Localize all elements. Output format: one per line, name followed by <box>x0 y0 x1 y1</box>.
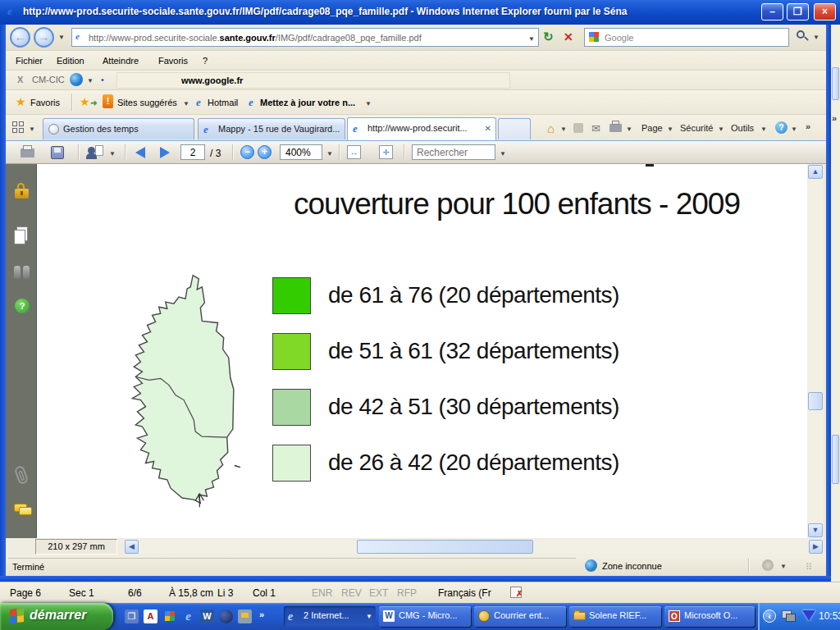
window-title: http://www-prod.securite-sociale.sante.g… <box>23 6 745 17</box>
pdf-print-icon[interactable] <box>21 148 34 158</box>
pages-panel-icon[interactable] <box>16 226 28 241</box>
cmcic-link[interactable]: www.google.fr <box>181 75 243 85</box>
maximize-button[interactable]: ❐ <box>787 3 809 21</box>
mail-icon[interactable]: ✉ <box>591 122 600 135</box>
pdf-collaborate-icon[interactable] <box>88 145 104 160</box>
menu-edition[interactable]: Edition <box>57 56 84 66</box>
suggested-sites-button[interactable]: Sites suggérés <box>117 98 177 107</box>
word-enr-toggle[interactable]: ENR <box>312 587 332 599</box>
pdf-search-input[interactable] <box>412 144 495 160</box>
quicklaunch-word-icon[interactable]: W <box>200 609 214 623</box>
tab-mappy[interactable]: e Mappy - 15 rue de Vaugirard... <box>198 118 345 139</box>
minimize-button[interactable]: – <box>761 3 783 21</box>
task-cmg-word[interactable]: W CMG - Micro... <box>379 606 471 627</box>
horizontal-scroll-thumb[interactable] <box>357 540 533 554</box>
help-icon[interactable]: ? <box>775 121 788 134</box>
page-number-input[interactable]: 2 <box>180 144 205 160</box>
fit-page-icon[interactable]: ✛ <box>379 145 393 159</box>
zoom-dropdown-icon[interactable]: ▼ <box>326 150 333 158</box>
task-solene-folder[interactable]: Solene RIEF... <box>569 606 661 627</box>
menu-help[interactable]: ? <box>203 56 208 66</box>
zoom-level-select[interactable]: 400% <box>280 144 322 160</box>
resize-grip-icon[interactable]: ⠿ <box>806 562 813 573</box>
menu-favoris[interactable]: Favoris <box>158 56 188 66</box>
back-button[interactable]: ← <box>10 27 30 48</box>
tab-gestion-des-temps[interactable]: Gestion des temps <box>43 118 194 139</box>
scroll-up-icon[interactable]: ▲ <box>808 165 823 179</box>
scroll-right-icon[interactable]: ▶ <box>809 540 823 554</box>
scroll-left-icon[interactable]: ◀ <box>125 540 139 554</box>
cmcic-dropdown-icon[interactable]: ▼ <box>87 77 94 84</box>
security-menu-button[interactable]: Sécurité <box>680 123 713 133</box>
search-placeholder[interactable]: Google <box>605 33 633 43</box>
fit-width-icon[interactable]: ↔ <box>347 145 361 159</box>
close-button[interactable]: × <box>814 3 836 21</box>
attachments-paperclip-icon[interactable] <box>14 465 30 486</box>
refresh-button[interactable]: ↻ <box>543 30 554 44</box>
stop-button[interactable]: ✕ <box>564 30 573 43</box>
quicklaunch-google-icon[interactable] <box>162 609 176 623</box>
toolbar-overflow-chevron-icon[interactable]: » <box>806 121 810 131</box>
task-microsoft-o[interactable]: O Microsoft O... <box>664 606 755 627</box>
task-group-dropdown-icon[interactable]: ▼ <box>366 613 372 620</box>
new-tab-stub[interactable] <box>498 118 531 139</box>
security-lock-icon[interactable] <box>15 189 29 199</box>
search-options-dropdown-icon[interactable]: ▼ <box>813 34 819 41</box>
address-dropdown-icon[interactable]: ▼ <box>528 35 535 43</box>
quicklaunch-network-icon[interactable] <box>238 609 252 623</box>
spellcheck-book-icon[interactable]: ✗ <box>510 587 522 598</box>
zoom-out-icon[interactable]: − <box>240 145 254 159</box>
scroll-down-icon[interactable]: ▼ <box>808 523 823 537</box>
next-page-icon[interactable] <box>160 147 170 158</box>
quicklaunch-overflow-chevron-icon[interactable]: » <box>259 609 264 619</box>
tab-active-pdf[interactable]: e http://www-prod.securit... ✕ <box>347 117 496 140</box>
address-field[interactable]: e http://www-prod.securite-sociale.sante… <box>71 28 539 47</box>
favorites-button[interactable]: Favoris <box>30 98 60 107</box>
word-ext-toggle[interactable]: EXT <box>369 587 388 599</box>
rss-feed-icon[interactable] <box>573 123 583 133</box>
quicklaunch-ie-icon[interactable]: e <box>181 609 195 623</box>
quick-tabs-icon[interactable] <box>12 121 25 134</box>
previous-page-icon[interactable] <box>135 147 145 158</box>
print-icon[interactable] <box>609 124 622 132</box>
word-rfp-toggle[interactable]: RFP <box>397 587 417 599</box>
forward-button[interactable]: → <box>34 27 54 48</box>
cmcic-label: CM-CIC <box>32 75 65 84</box>
zoom-in-icon[interactable]: + <box>258 145 272 159</box>
update-button[interactable]: Mettez à jour votre n... <box>260 98 355 107</box>
help-panel-icon[interactable]: ? <box>15 299 30 313</box>
vertical-scroll-thumb[interactable] <box>808 392 823 410</box>
tools-menu-button[interactable]: Outils <box>731 123 754 133</box>
quicklaunch-acrobat-icon[interactable]: A <box>144 609 158 623</box>
nav-bar: ← → ▼ e http://www-prod.securite-sociale… <box>6 25 826 51</box>
address-url[interactable]: http://www-prod.securite-sociale.sante.g… <box>89 33 422 43</box>
quick-tabs-dropdown-icon[interactable]: ▼ <box>29 126 35 133</box>
tab-close-icon[interactable]: ✕ <box>485 124 491 133</box>
menu-fichier[interactable]: Fichier <box>16 56 43 66</box>
cmcic-link-field[interactable]: www.google.fr <box>116 72 510 89</box>
history-dropdown-icon[interactable]: ▼ <box>58 34 65 41</box>
word-rev-toggle[interactable]: REV <box>341 587 362 599</box>
vertical-scrollbar[interactable]: ▲ ▼ <box>807 164 824 538</box>
page-menu-button[interactable]: Page <box>641 123 663 133</box>
task-courrier[interactable]: Courrier ent... <box>474 606 566 627</box>
menu-atteindre[interactable]: Atteindre <box>103 56 139 66</box>
binoculars-search-icon[interactable] <box>14 266 21 279</box>
tray-collapse-chevron-icon[interactable]: ‹ <box>763 609 776 623</box>
horizontal-scrollbar[interactable] <box>139 540 809 554</box>
hotmail-button[interactable]: Hotmail <box>208 98 238 107</box>
quicklaunch-desktop-icon[interactable]: ❐ <box>125 609 139 623</box>
pdf-save-icon[interactable] <box>51 146 64 159</box>
protected-mode-icon[interactable] <box>762 559 774 571</box>
pdf-search-dropdown-icon[interactable]: ▼ <box>500 150 506 158</box>
word-at-indicator: À 15,8 cm <box>169 587 213 599</box>
home-icon[interactable]: ⌂ <box>547 121 555 135</box>
comments-icon[interactable] <box>14 504 27 512</box>
search-box[interactable]: Google <box>584 28 789 47</box>
cmcic-close-icon[interactable]: X <box>17 75 23 84</box>
task-internet-group[interactable]: e 2 Internet... ▼ <box>284 606 376 627</box>
quicklaunch-messenger-icon[interactable] <box>219 609 233 623</box>
add-favorite-icon[interactable]: ★ <box>80 95 90 108</box>
start-button[interactable]: démarrer <box>0 603 113 630</box>
search-go-button[interactable]: ▼ <box>795 30 823 46</box>
